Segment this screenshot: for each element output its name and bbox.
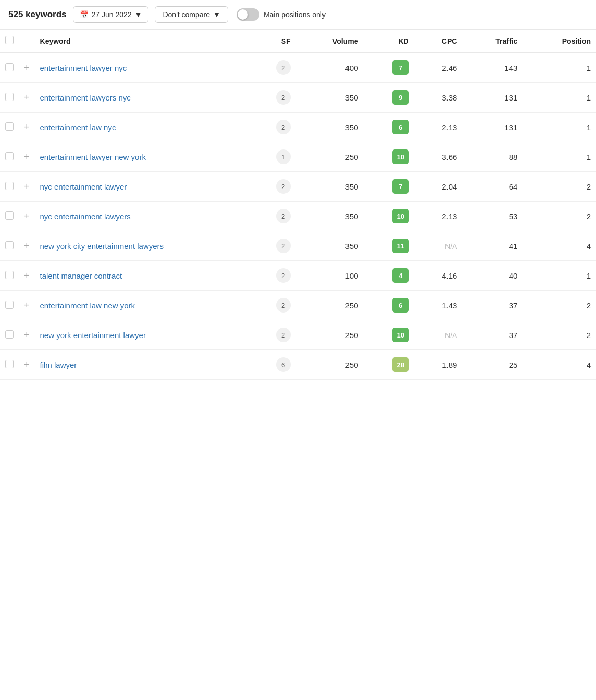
- row-traffic: 143: [462, 53, 523, 83]
- row-kd: 6: [364, 113, 414, 142]
- row-checkbox[interactable]: [5, 330, 14, 339]
- row-position: 1: [523, 113, 596, 142]
- row-position: 2: [523, 172, 596, 202]
- row-kd: 6: [364, 291, 414, 320]
- row-add-cell[interactable]: +: [19, 142, 35, 172]
- row-keyword[interactable]: talent manager contract: [35, 261, 249, 291]
- row-traffic: 53: [462, 202, 523, 231]
- row-traffic: 131: [462, 113, 523, 142]
- row-position: 2: [523, 291, 596, 320]
- row-keyword[interactable]: new york city entertainment lawyers: [35, 231, 249, 261]
- row-add-cell[interactable]: +: [19, 83, 35, 113]
- row-add-cell[interactable]: +: [19, 350, 35, 380]
- calendar-icon: 📅: [80, 10, 89, 19]
- header-traffic[interactable]: Traffic: [462, 30, 523, 53]
- row-traffic: 25: [462, 350, 523, 380]
- row-position: 4: [523, 350, 596, 380]
- toggle-label: Main positions only: [264, 10, 326, 19]
- row-checkbox-cell: [0, 53, 19, 83]
- main-positions-toggle[interactable]: [237, 8, 259, 21]
- row-add-cell[interactable]: +: [19, 231, 35, 261]
- row-checkbox-cell: [0, 320, 19, 350]
- row-checkbox[interactable]: [5, 211, 14, 220]
- row-add-cell[interactable]: +: [19, 202, 35, 231]
- row-checkbox[interactable]: [5, 152, 14, 160]
- table-row: +talent manager contract210044.16401: [0, 261, 596, 291]
- table-row: +entertainment law new york225061.43372: [0, 291, 596, 320]
- header-cpc[interactable]: CPC: [414, 30, 463, 53]
- row-checkbox[interactable]: [5, 301, 14, 309]
- row-checkbox-cell: [0, 113, 19, 142]
- row-checkbox[interactable]: [5, 63, 14, 71]
- row-keyword[interactable]: nyc entertainment lawyers: [35, 202, 249, 231]
- table-row: +entertainment lawyer nyc240072.461431: [0, 53, 596, 83]
- row-add-cell[interactable]: +: [19, 53, 35, 83]
- date-picker-button[interactable]: 📅 27 Jun 2022 ▼: [73, 6, 149, 23]
- row-cpc: 2.46: [414, 53, 463, 83]
- row-keyword[interactable]: entertainment lawyer nyc: [35, 53, 249, 83]
- row-keyword[interactable]: nyc entertainment lawyer: [35, 172, 249, 202]
- row-checkbox[interactable]: [5, 182, 14, 190]
- row-cpc: 2.13: [414, 113, 463, 142]
- row-add-cell[interactable]: +: [19, 261, 35, 291]
- row-add-cell[interactable]: +: [19, 291, 35, 320]
- row-sf: 2: [249, 113, 296, 142]
- row-keyword[interactable]: entertainment law new york: [35, 291, 249, 320]
- row-volume: 350: [296, 202, 364, 231]
- row-kd: 28: [364, 350, 414, 380]
- row-volume: 250: [296, 320, 364, 350]
- toolbar: 525 keywords 📅 27 Jun 2022 ▼ Don't compa…: [0, 0, 596, 30]
- row-traffic: 37: [462, 320, 523, 350]
- row-cpc: N/A: [414, 231, 463, 261]
- row-add-cell[interactable]: +: [19, 320, 35, 350]
- table-row: +nyc entertainment lawyers2350102.13532: [0, 202, 596, 231]
- row-checkbox[interactable]: [5, 241, 14, 249]
- header-check[interactable]: [0, 30, 19, 53]
- row-sf: 2: [249, 202, 296, 231]
- row-cpc: 2.13: [414, 202, 463, 231]
- row-volume: 250: [296, 291, 364, 320]
- table-row: +nyc entertainment lawyer235072.04642: [0, 172, 596, 202]
- row-position: 2: [523, 202, 596, 231]
- header-sf[interactable]: SF: [249, 30, 296, 53]
- date-label: 27 Jun 2022: [92, 10, 132, 19]
- row-add-cell[interactable]: +: [19, 113, 35, 142]
- row-sf: 2: [249, 83, 296, 113]
- row-checkbox-cell: [0, 261, 19, 291]
- row-kd: 9: [364, 83, 414, 113]
- header-kd[interactable]: KD: [364, 30, 414, 53]
- row-sf: 2: [249, 53, 296, 83]
- row-keyword[interactable]: new york entertainment lawyer: [35, 320, 249, 350]
- row-checkbox[interactable]: [5, 93, 14, 101]
- compare-button[interactable]: Don't compare ▼: [155, 6, 228, 23]
- row-keyword[interactable]: entertainment lawyer new york: [35, 142, 249, 172]
- table-row: +new york city entertainment lawyers2350…: [0, 231, 596, 261]
- header-add: [19, 30, 35, 53]
- row-keyword[interactable]: entertainment lawyers nyc: [35, 83, 249, 113]
- keywords-count: 525 keywords: [8, 9, 67, 20]
- row-traffic: 64: [462, 172, 523, 202]
- row-checkbox[interactable]: [5, 271, 14, 279]
- row-cpc: 1.43: [414, 291, 463, 320]
- row-add-cell[interactable]: +: [19, 172, 35, 202]
- row-kd: 10: [364, 142, 414, 172]
- table-header: Keyword SF Volume KD CPC Traffic Positio…: [0, 30, 596, 53]
- row-traffic: 88: [462, 142, 523, 172]
- row-keyword[interactable]: film lawyer: [35, 350, 249, 380]
- row-kd: 7: [364, 172, 414, 202]
- header-position[interactable]: Position: [523, 30, 596, 53]
- row-checkbox[interactable]: [5, 360, 14, 368]
- header-volume[interactable]: Volume: [296, 30, 364, 53]
- row-volume: 400: [296, 53, 364, 83]
- select-all-checkbox[interactable]: [5, 36, 14, 44]
- row-sf: 2: [249, 172, 296, 202]
- row-checkbox[interactable]: [5, 122, 14, 131]
- row-sf: 2: [249, 320, 296, 350]
- date-dropdown-arrow: ▼: [135, 10, 142, 19]
- row-cpc: N/A: [414, 320, 463, 350]
- main-positions-toggle-container: Main positions only: [237, 8, 326, 21]
- row-keyword[interactable]: entertainment law nyc: [35, 113, 249, 142]
- row-cpc: 4.16: [414, 261, 463, 291]
- row-volume: 250: [296, 350, 364, 380]
- row-volume: 350: [296, 83, 364, 113]
